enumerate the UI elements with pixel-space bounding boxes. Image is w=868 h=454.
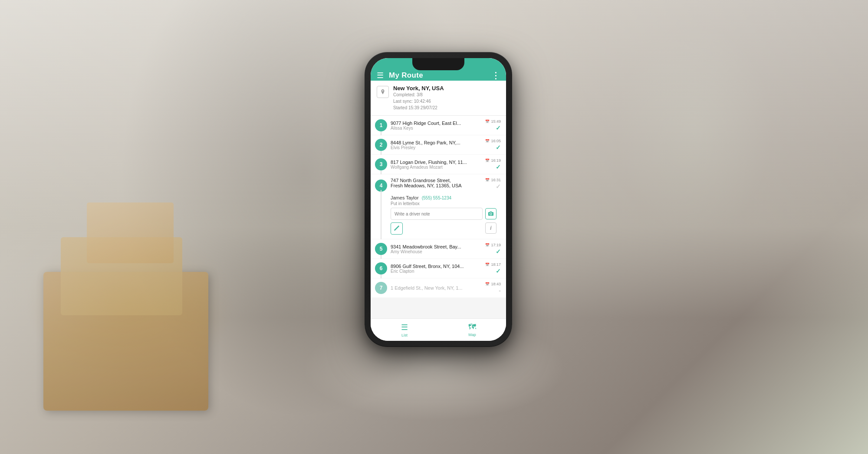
phone-notch	[412, 58, 464, 70]
nav-map[interactable]: 🗺 Map	[438, 323, 506, 337]
stop-content: 9341 Meadowbrook Street, Bay... Amy Wine…	[391, 244, 482, 254]
stop-check: -	[499, 287, 501, 294]
stop-number: 6	[375, 262, 387, 274]
stop-time: 📅 18:43	[485, 282, 501, 286]
stop-time: 📅 18:17	[485, 262, 501, 267]
map-label: Map	[468, 333, 476, 337]
connector	[381, 151, 381, 155]
connector	[381, 131, 381, 135]
clock-icon: 📅	[485, 159, 490, 163]
clock-icon: 📅	[485, 282, 490, 286]
stop-address: 817 Logan Drive, Flushing, NY, 11...	[391, 160, 482, 165]
stop-check: ✓	[496, 268, 501, 274]
stop-item-pending[interactable]: 7 1 Edgefield St., New York, NY, 1... 📅 …	[371, 278, 506, 297]
stop-time: 📅 17:19	[485, 243, 501, 247]
info-button[interactable]: i	[485, 222, 496, 234]
stop-right: 📅 16:05 ✓	[485, 139, 501, 151]
stop-content: 8906 Gulf Street, Bronx, NY, 104... Eric…	[391, 264, 482, 274]
stop-item[interactable]: 5 9341 Meadowbrook Street, Bay... Amy Wi…	[371, 239, 506, 258]
stop-right: 📅 18:17 ✓	[485, 262, 501, 274]
stop-address: 9077 High Ridge Court, East El...	[391, 121, 482, 126]
phone: ☰ My Route ⋮ New York, NY, USA Complete	[365, 52, 512, 347]
stop-item[interactable]: 2 8448 Lyme St., Rego Park, NY,... Elvis…	[371, 135, 506, 154]
stop-time: 📅 15:49	[485, 119, 501, 124]
stop-time: 📅 16:31	[485, 178, 501, 182]
nav-list[interactable]: ☰ List	[371, 323, 438, 337]
route-details: New York, NY, USA Completed: 3/8 Last sy…	[393, 85, 500, 111]
connector	[381, 190, 381, 239]
clock-icon: 📅	[485, 243, 490, 247]
route-city: New York, NY, USA	[393, 85, 500, 91]
stop-right: 📅 15:49 ✓	[485, 119, 501, 131]
connector	[381, 170, 381, 174]
more-icon[interactable]: ⋮	[491, 70, 500, 81]
stop-item[interactable]: 6 8906 Gulf Street, Bronx, NY, 104... Er…	[371, 259, 506, 278]
stop-content: 9077 High Ridge Court, East El... Alissa…	[391, 121, 482, 131]
stop-time: 📅 16:19	[485, 158, 501, 163]
stop-name: Eric Clapton	[391, 269, 482, 274]
camera-button[interactable]	[485, 208, 496, 219]
stop-check: ✓	[496, 144, 501, 151]
stop-number: 3	[375, 158, 387, 170]
signature-icon	[394, 225, 400, 232]
connector	[381, 274, 381, 278]
background-boxes	[43, 272, 208, 411]
stop-name: Alissa Keys	[391, 126, 482, 131]
stop-right: 📅 18:43 -	[485, 282, 501, 294]
map-pin-icon	[380, 89, 386, 95]
clock-icon: 📅	[485, 120, 490, 124]
camera-icon	[488, 211, 493, 216]
stop-content: 1 Edgefield St., New York, NY, 1...	[391, 285, 482, 291]
connector	[381, 255, 381, 259]
stop-address: 8906 Gulf Street, Bronx, NY, 104...	[391, 264, 482, 269]
contact-name: James Taylor (555) 555-1234	[391, 195, 496, 200]
stop-number: 2	[375, 139, 387, 151]
stop-check: ✓	[496, 163, 501, 170]
stop-expanded-detail: James Taylor (555) 555-1234 Put in lette…	[375, 195, 501, 237]
list-icon: ☰	[401, 323, 408, 332]
clock-icon: 📅	[485, 263, 490, 267]
signature-button[interactable]	[391, 222, 403, 235]
stop-address-2: Fresh Meadows, NY, 11365, USA	[391, 183, 482, 188]
stop-time: 📅 16:05	[485, 139, 501, 143]
stop-check-partial: ✓	[496, 183, 501, 190]
stop-address: 9341 Meadowbrook Street, Bay...	[391, 244, 482, 249]
phone-screen: ☰ My Route ⋮ New York, NY, USA Complete	[371, 58, 506, 341]
stop-content: 8448 Lyme St., Rego Park, NY,... Elvis P…	[391, 140, 482, 150]
stop-address: 747 North Grandrose Street,	[391, 178, 482, 183]
stop-number: 7	[375, 282, 387, 294]
menu-icon[interactable]: ☰	[377, 71, 384, 80]
clock-icon: 📅	[485, 178, 490, 182]
stop-right: 📅 16:19 ✓	[485, 158, 501, 170]
stop-address: 8448 Lyme St., Rego Park, NY,...	[391, 140, 482, 145]
list-label: List	[401, 333, 408, 337]
page-title: My Route	[389, 71, 491, 80]
clock-icon: 📅	[485, 139, 490, 143]
stop-number: 5	[375, 243, 387, 255]
stop-name: Wolfgang Amadeus Mozart	[391, 165, 482, 170]
route-info-card: New York, NY, USA Completed: 3/8 Last sy…	[371, 81, 506, 116]
stop-item[interactable]: 3 817 Logan Drive, Flushing, NY, 11... W…	[371, 155, 506, 174]
driver-note-input[interactable]	[391, 208, 483, 220]
stop-name: Elvis Presley	[391, 145, 482, 150]
bottom-nav: ☰ List 🗺 Map	[371, 318, 506, 341]
stop-item[interactable]: 1 9077 High Ridge Court, East El... Alis…	[371, 116, 506, 135]
stop-right: 📅 17:19 ✓	[485, 243, 501, 255]
app: ☰ My Route ⋮ New York, NY, USA Complete	[371, 58, 506, 341]
action-row: i	[391, 222, 496, 235]
stop-content: 747 North Grandrose Street, Fresh Meadow…	[391, 178, 482, 188]
stop-item-expanded[interactable]: 4 747 North Grandrose Street, Fresh Mead…	[371, 174, 506, 239]
stop-check: ✓	[496, 124, 501, 131]
stop-list[interactable]: 1 9077 High Ridge Court, East El... Alis…	[371, 116, 506, 318]
stop-number: 1	[375, 119, 387, 131]
stop-name: Amy Winehouse	[391, 249, 482, 254]
stop-check: ✓	[496, 248, 501, 255]
phone-outer: ☰ My Route ⋮ New York, NY, USA Complete	[365, 52, 512, 347]
note-label: Put in letterbox	[391, 201, 496, 206]
note-row	[391, 208, 496, 220]
route-meta: Completed: 3/8 Last sync: 10:42:46 Start…	[393, 91, 500, 111]
stop-right: 📅 16:31 ✓	[485, 178, 501, 190]
contact-phone: (555) 555-1234	[422, 196, 451, 200]
stop-content: 817 Logan Drive, Flushing, NY, 11... Wol…	[391, 160, 482, 170]
route-icon	[377, 86, 389, 98]
